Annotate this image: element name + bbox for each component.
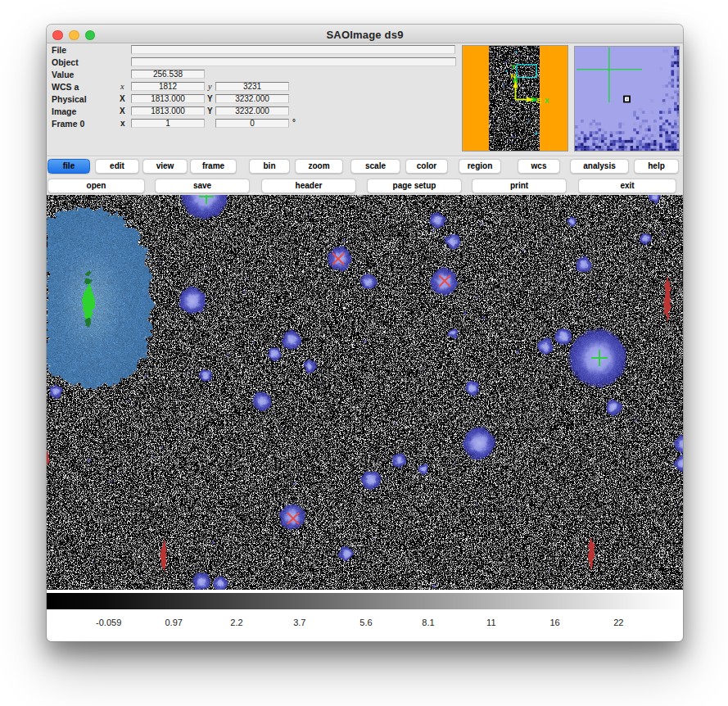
svg-text:N: N <box>510 72 515 80</box>
svg-text:E: E <box>537 97 542 105</box>
svg-text:Y: Y <box>511 63 516 71</box>
svg-text:X: X <box>545 97 549 105</box>
